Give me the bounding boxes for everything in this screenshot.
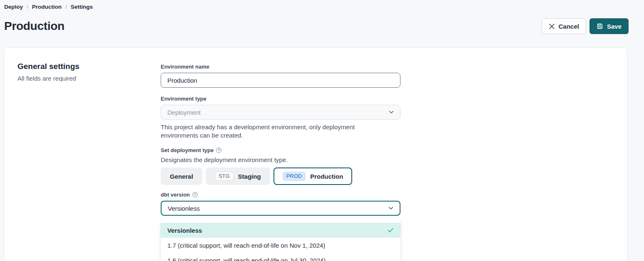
option-label: 1.7 (critical support, will reach end-of…	[167, 242, 325, 249]
environment-name-label: Environment name	[161, 64, 400, 70]
cancel-button[interactable]: Cancel	[542, 18, 586, 34]
page-title: Production	[4, 20, 65, 33]
save-icon	[597, 23, 603, 30]
deployment-type-staging-button[interactable]: STG Staging	[206, 167, 270, 185]
general-settings-card: General settings All fields are required…	[4, 47, 627, 261]
deployment-type-production-button[interactable]: PROD Production	[274, 167, 353, 185]
environment-type-helper: This project already has a development e…	[161, 123, 394, 140]
environment-type-select[interactable]: Deployment	[161, 105, 400, 120]
environment-type-label: Environment type	[161, 96, 400, 102]
section-title: General settings	[17, 62, 142, 71]
breadcrumb-separator: /	[27, 4, 28, 10]
deployment-type-options: General STG Staging PROD Production	[161, 167, 400, 185]
dbt-version-value: Versionless	[168, 205, 200, 212]
header-actions: Cancel Save	[542, 18, 629, 34]
help-icon[interactable]: ?	[216, 148, 221, 153]
save-button-label: Save	[607, 23, 622, 30]
close-icon	[549, 23, 555, 30]
option-label: 1.6 (critical support, will reach end-of…	[167, 257, 326, 261]
breadcrumb-production[interactable]: Production	[32, 4, 62, 10]
deployment-type-description: Designates the deployment environment ty…	[161, 156, 400, 163]
help-icon[interactable]: ?	[192, 192, 198, 197]
deployment-type-staging-label: Staging	[238, 173, 261, 180]
settings-form: Environment name Environment type Deploy…	[161, 64, 400, 261]
prod-badge: PROD	[283, 172, 306, 181]
section-subtitle: All fields are required	[17, 75, 142, 82]
breadcrumb-separator: /	[65, 4, 67, 10]
chevron-down-icon	[389, 111, 394, 114]
environment-name-input[interactable]	[161, 73, 400, 88]
deployment-type-label: Set deployment type	[161, 147, 214, 153]
breadcrumb: Deploy / Production / Settings	[4, 4, 93, 10]
dbt-version-option-1-7[interactable]: 1.7 (critical support, will reach end-of…	[161, 238, 400, 253]
dbt-version-label: dbt version	[161, 192, 190, 198]
dbt-version-label-row: dbt version ?	[161, 192, 400, 198]
deployment-type-general-label: General	[170, 173, 193, 180]
check-icon	[388, 228, 394, 233]
chevron-down-icon	[388, 207, 393, 210]
breadcrumb-settings[interactable]: Settings	[71, 4, 93, 10]
dbt-version-select[interactable]: Versionless	[161, 201, 400, 216]
save-button[interactable]: Save	[589, 18, 629, 34]
dbt-version-dropdown-menu: Versionless 1.7 (critical support, will …	[161, 219, 400, 261]
cancel-button-label: Cancel	[559, 23, 579, 30]
environment-type-value: Deployment	[167, 109, 201, 116]
dbt-version-option-1-6[interactable]: 1.6 (critical support, will reach end-of…	[161, 253, 400, 261]
option-label: Versionless	[167, 227, 202, 234]
section-info: General settings All fields are required	[17, 62, 142, 82]
deployment-type-label-row: Set deployment type ?	[161, 147, 400, 153]
deployment-type-general-button[interactable]: General	[161, 167, 202, 185]
dbt-version-option-versionless[interactable]: Versionless	[161, 223, 400, 238]
deployment-type-production-label: Production	[310, 173, 343, 180]
staging-badge: STG	[215, 172, 234, 181]
breadcrumb-deploy[interactable]: Deploy	[4, 4, 23, 10]
